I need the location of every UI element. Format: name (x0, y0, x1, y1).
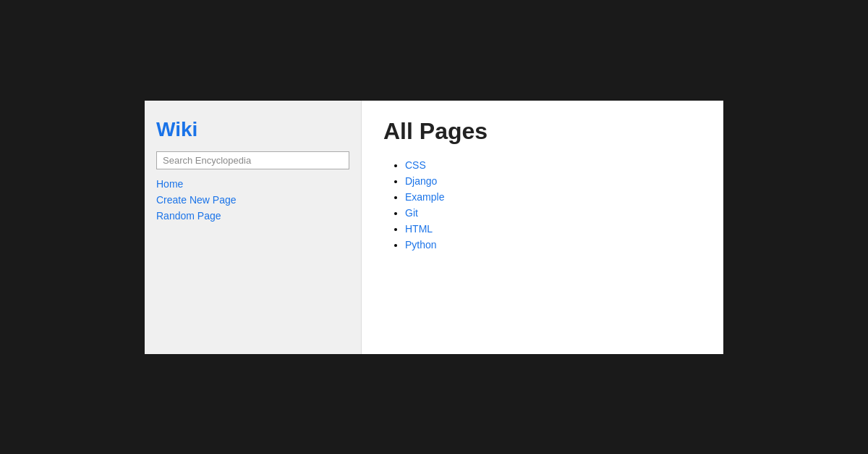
list-item: Example (405, 191, 702, 203)
main-content: All Pages CSS Django Example Git HTML Py… (362, 101, 723, 354)
nav-create-new-page[interactable]: Create New Page (156, 194, 349, 206)
nav-home[interactable]: Home (156, 178, 349, 190)
list-item: Python (405, 239, 702, 251)
sidebar: Wiki Home Create New Page Random Page (145, 101, 362, 354)
page-link-html[interactable]: HTML (405, 223, 433, 235)
nav-random-page[interactable]: Random Page (156, 210, 349, 222)
page-link-django[interactable]: Django (405, 175, 437, 187)
page-link-css[interactable]: CSS (405, 159, 426, 171)
list-item: HTML (405, 223, 702, 235)
wiki-container: Wiki Home Create New Page Random Page Al… (145, 101, 723, 354)
page-link-python[interactable]: Python (405, 239, 437, 251)
search-input[interactable] (156, 151, 349, 169)
pages-list: CSS Django Example Git HTML Python (383, 159, 702, 251)
sidebar-title: Wiki (156, 118, 349, 141)
page-link-git[interactable]: Git (405, 207, 418, 219)
list-item: Django (405, 175, 702, 187)
list-item: Git (405, 207, 702, 219)
sidebar-nav: Home Create New Page Random Page (156, 178, 349, 222)
page-link-example[interactable]: Example (405, 191, 444, 203)
list-item: CSS (405, 159, 702, 171)
page-title: All Pages (383, 118, 702, 145)
